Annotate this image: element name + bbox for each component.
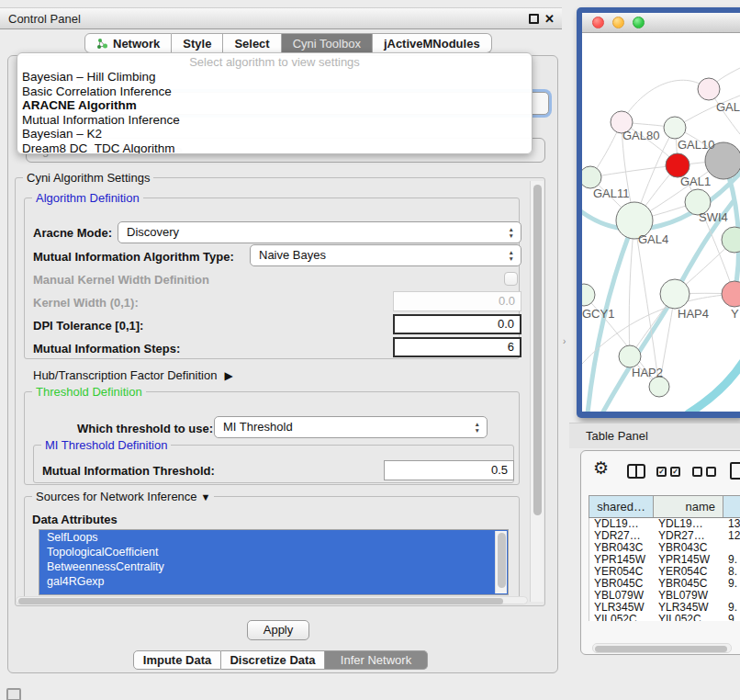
settings-horizontal-scrollbar[interactable] [16,596,528,604]
tab-infer-network[interactable]: Infer Network [325,650,428,670]
node-gal11[interactable] [582,166,601,188]
column-header-clipped[interactable] [723,496,740,517]
table-row[interactable]: YDR27…YDR27…12 [589,530,740,542]
node-bottom-small[interactable] [649,377,669,397]
table-row[interactable]: YDL19…YDL19…13 [589,518,740,530]
node-gcy1[interactable] [582,284,595,306]
algorithm-option-dream8-dc-tdc-algorithm[interactable]: Dream8 DC_TDC Algorithm [17,141,532,155]
float-window-icon[interactable] [529,14,539,24]
tab-style[interactable]: Style [172,33,223,53]
network-edge [590,165,678,177]
tab-cyni-toolbox[interactable]: Cyni Toolbox [282,33,373,53]
data-attribute-item[interactable]: gal4RGexp [39,574,508,589]
table-row[interactable]: YLR345WYLR345W9. [589,602,740,614]
dropdown-placeholder: Select algorithm to view settings [17,55,532,70]
table-rows: YDL19…YDL19…13YDR27…YDR27…12YBR043CYBR04… [589,518,740,621]
close-icon[interactable]: ✕ [544,13,556,25]
data-attribute-item[interactable] [39,589,508,595]
hub-definition-toggle[interactable]: Hub/Transcription Factor Definition▶ [33,368,233,382]
document-icon[interactable] [730,462,740,480]
unchecked-box-icon[interactable] [692,467,702,477]
table-row[interactable]: YBR043CYBR043C [589,542,740,554]
node-label-hap4: HAP4 [678,307,709,321]
data-attributes-list[interactable]: SelfLoopsTopologicalCoefficientBetweenne… [39,529,509,595]
settings-vertical-scrollbar[interactable] [530,181,544,602]
tab-network[interactable]: Network [84,33,172,53]
algorithm-option-basic-correlation-inference[interactable]: Basic Correlation Inference [17,85,532,99]
list-scrollbar-thumb[interactable] [498,533,506,588]
node-hap2[interactable] [619,345,641,367]
tab-select[interactable]: Select [223,33,281,53]
mi-type-value: Naive Bayes [259,248,326,262]
stepper-arrows-icon: ▲▼ [509,226,514,239]
network-canvas[interactable]: GALGAL80GAL10GAL1GAL11SWI4GAL4GCY1HAP4YH… [582,33,740,412]
column-header-name[interactable]: name [654,496,723,517]
settings-hscroll-thumb[interactable] [18,598,503,604]
node-gal10[interactable] [664,117,686,139]
tab-impute-data[interactable]: Impute Data [133,650,221,670]
algorithm-option-aracne-algorithm[interactable]: ARACNE Algorithm [17,98,532,113]
table-cell: YLR345W [654,602,723,614]
table-cell: YDL19… [589,518,654,530]
panel-resize-handle[interactable]: › [563,336,566,346]
table-cell [723,590,740,602]
which-threshold-select[interactable]: MI Threshold ▲▼ [214,416,488,438]
close-traffic-light[interactable] [592,17,604,28]
table-cell: YBR043C [589,542,654,554]
table-cell [723,542,740,554]
algorithm-option-mutual-information-inference[interactable]: Mutual Information Inference [17,113,532,128]
kernel-width-field[interactable]: 0.0 [393,291,521,311]
table-hscroll-thumb[interactable] [595,646,727,652]
table-row[interactable]: YBR045CYBR045C9. [589,578,740,590]
table-row[interactable]: YIL052CYIL052C9. [589,614,740,621]
manual-kernel-checkbox[interactable] [504,272,518,286]
collapse-arrow-icon[interactable]: ▼ [201,491,211,502]
mi-threshold-field[interactable]: 0.5 [384,460,514,480]
table-panel-titlebar: Table Panel [569,423,740,448]
dpi-tolerance-field[interactable]: 0.0 [393,314,521,334]
table-horizontal-scrollbar[interactable] [592,643,732,653]
data-attribute-item[interactable]: BetweennessCentrality [39,559,508,574]
table-cell: YPR145W [589,554,654,566]
zoom-traffic-light[interactable] [633,17,645,28]
table-cell: YIL052C [654,614,723,621]
table-cell: YBL079W [654,590,723,602]
data-attribute-item[interactable]: SelfLoops [39,530,508,545]
unchecked-box-icon[interactable] [706,467,716,477]
node-label-gal10: GAL10 [678,138,714,152]
mi-steps-field[interactable]: 6 [393,337,521,357]
table-cell: YPR145W [654,554,723,566]
mi-type-select[interactable]: Naive Bayes ▲▼ [250,244,521,266]
tab-jactivemnodules[interactable]: jActiveMNodules [373,33,492,53]
panel-grip-icon[interactable] [6,688,21,700]
aracne-mode-value: Discovery [127,225,179,239]
column-header-shared[interactable]: shared… [589,496,654,517]
tab-discretize-data[interactable]: Discretize Data [221,650,325,670]
table-row[interactable]: YPR145WYPR145W9. [589,554,740,566]
aracne-mode-select[interactable]: Discovery ▲▼ [118,221,521,243]
node-hap4[interactable] [660,279,690,309]
network-icon [96,38,108,50]
hub-definition-label: Hub/Transcription Factor Definition [33,368,217,382]
table-row[interactable]: YER054CYER054C8. [589,566,740,578]
split-view-icon[interactable] [627,464,645,479]
minimize-traffic-light[interactable] [612,17,624,28]
settings-vscroll-thumb[interactable] [533,185,542,515]
list-scrollbar[interactable] [495,531,507,593]
stepper-arrows-icon: ▲▼ [475,421,480,434]
table-row[interactable]: YBL079WYBL079W [589,590,740,602]
node-salmon[interactable] [722,281,740,307]
apply-button[interactable]: Apply [247,620,309,640]
node-label-gal80: GAL80 [622,129,659,142]
algorithm-option-bayesian-k2[interactable]: Bayesian – K2 [17,127,532,141]
algorithm-option-bayesian-hill-climbing[interactable]: Bayesian – Hill Climbing [17,70,532,85]
table-cell: 8. [723,566,740,578]
table-cell: 12 [723,530,740,542]
which-threshold-value: MI Threshold [223,420,293,434]
gear-icon[interactable]: ⚙ [593,457,609,479]
node-label-gal: GAL [716,100,740,114]
node-gal-top[interactable] [698,78,720,100]
checked-box-icon[interactable]: ✓ [656,467,667,477]
checked-box-icon[interactable]: ✓ [670,467,680,477]
data-attribute-item[interactable]: TopologicalCoefficient [39,545,508,559]
